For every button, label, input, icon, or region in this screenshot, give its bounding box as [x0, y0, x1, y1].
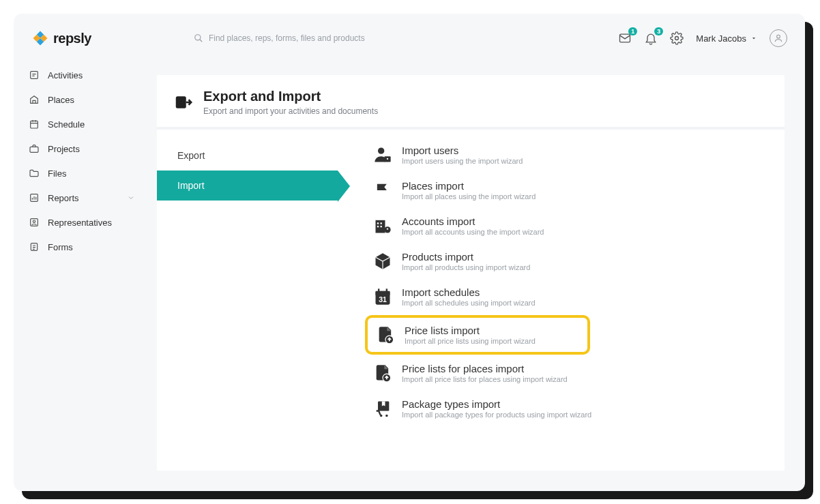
users-icon: [373, 145, 392, 164]
sidebar-item-representatives[interactable]: Representatives: [22, 210, 142, 235]
option-title: Price lists for places import: [402, 363, 568, 374]
sidebar: Activities Places Schedule Projects File…: [14, 63, 150, 491]
sidebar-item-label: Reports: [48, 193, 79, 203]
document-upload-icon: [373, 364, 392, 383]
page-title: Export and Import: [203, 89, 378, 104]
sidebar-item-activities[interactable]: Activities: [22, 63, 142, 87]
sidebar-item-reports[interactable]: Reports: [22, 186, 142, 210]
main-layout: Activities Places Schedule Projects File…: [14, 63, 805, 491]
brand-logo[interactable]: repsly: [31, 29, 91, 47]
page-body: Export Import Import users Import users …: [157, 130, 785, 441]
user-icon: [29, 217, 40, 228]
option-title: Import schedules: [402, 286, 536, 298]
activities-icon: [29, 70, 40, 80]
search-input[interactable]: [209, 33, 413, 43]
svg-line-5: [200, 40, 203, 42]
svg-point-4: [195, 35, 201, 40]
inbox-badge: 1: [628, 27, 637, 35]
option-subtitle: Import all places using the import wizar…: [402, 192, 536, 201]
export-import-icon: [173, 92, 194, 113]
avatar[interactable]: [770, 29, 787, 47]
svg-rect-11: [30, 147, 38, 152]
option-price-lists-import[interactable]: Price lists import Import all price list…: [365, 315, 590, 355]
option-import-users[interactable]: Import users Import users using the impo…: [365, 138, 771, 172]
building-icon: [373, 216, 392, 235]
sidebar-item-label: Files: [48, 168, 66, 179]
svg-point-35: [385, 415, 388, 417]
search-bar[interactable]: [194, 33, 618, 43]
svg-rect-22: [381, 222, 382, 224]
svg-rect-29: [386, 288, 387, 293]
sidebar-item-projects[interactable]: Projects: [22, 136, 142, 161]
option-products-import[interactable]: Products import Import all products usin…: [365, 244, 771, 278]
folder-icon: [29, 168, 40, 179]
calendar-31-icon: 31: [373, 287, 392, 306]
option-subtitle: Import users using the import wizard: [402, 157, 523, 165]
sidebar-item-label: Schedule: [48, 119, 85, 130]
places-icon: [29, 94, 40, 105]
svg-rect-10: [31, 121, 38, 128]
sidebar-item-label: Places: [48, 95, 74, 105]
flag-icon: [373, 181, 392, 200]
top-actions: 1 3 Mark Jacobs: [618, 29, 787, 47]
option-subtitle: Import all schedules using import wizard: [402, 299, 536, 307]
svg-point-34: [380, 415, 383, 417]
chevron-down-icon: [750, 35, 757, 42]
import-options: Import users Import users using the impo…: [338, 130, 785, 441]
svg-rect-16: [176, 96, 186, 108]
option-title: Places import: [402, 180, 536, 192]
tabs-column: Export Import: [157, 130, 338, 441]
option-title: Import users: [402, 145, 523, 156]
option-accounts-import[interactable]: Accounts import Import all accounts usin…: [365, 209, 771, 243]
tab-import[interactable]: Import: [157, 171, 338, 201]
page-header: Export and Import Export and import your…: [157, 75, 785, 127]
svg-point-14: [33, 220, 35, 222]
user-name: Mark Jacobs: [696, 33, 746, 44]
sidebar-item-forms[interactable]: Forms: [22, 235, 142, 259]
svg-point-8: [777, 35, 780, 38]
svg-rect-23: [377, 226, 379, 227]
settings-button[interactable]: [670, 31, 684, 45]
user-icon: [774, 33, 783, 43]
box-icon: [373, 252, 392, 271]
user-menu[interactable]: Mark Jacobs: [696, 33, 757, 44]
sidebar-item-label: Projects: [48, 144, 80, 154]
package-cart-icon: [373, 399, 392, 418]
svg-rect-21: [377, 222, 379, 224]
option-places-import[interactable]: Places import Import all places using th…: [365, 173, 771, 207]
option-subtitle: Import all package types for products us…: [402, 411, 591, 419]
calendar-icon: [29, 119, 40, 130]
document-upload-icon: [376, 325, 395, 344]
option-import-schedules[interactable]: 31 Import schedules Import all schedules…: [365, 280, 771, 314]
briefcase-icon: [29, 143, 40, 154]
inbox-button[interactable]: 1: [618, 31, 632, 45]
svg-rect-9: [31, 72, 38, 79]
page-subtitle: Export and import your activities and do…: [203, 106, 378, 116]
chevron-down-icon: [127, 194, 135, 202]
tab-export[interactable]: Export: [157, 140, 338, 171]
option-subtitle: Import all products using import wizard: [402, 263, 530, 271]
option-price-lists-places-import[interactable]: Price lists for places import Import all…: [365, 356, 771, 390]
sidebar-item-files[interactable]: Files: [22, 161, 142, 186]
sidebar-item-label: Representatives: [48, 218, 112, 228]
sidebar-item-label: Activities: [48, 70, 83, 80]
brand-name: repsly: [53, 31, 91, 46]
option-title: Accounts import: [402, 216, 544, 227]
form-icon: [29, 241, 40, 252]
svg-point-7: [675, 37, 679, 40]
sidebar-item-places[interactable]: Places: [22, 87, 142, 112]
notifications-button[interactable]: 3: [644, 31, 658, 45]
option-title: Products import: [402, 251, 530, 263]
option-title: Price lists import: [405, 325, 536, 336]
chart-icon: [29, 192, 40, 203]
search-icon: [194, 33, 203, 43]
svg-text:31: 31: [379, 295, 387, 303]
logo-icon: [31, 29, 49, 47]
option-package-types-import[interactable]: Package types import Import all package …: [365, 391, 771, 426]
gear-icon: [670, 31, 684, 45]
svg-rect-28: [378, 288, 379, 293]
option-subtitle: Import all price lists for places using …: [402, 375, 568, 383]
sidebar-item-schedule[interactable]: Schedule: [22, 112, 142, 136]
notifications-badge: 3: [654, 27, 663, 35]
topbar: repsly 1 3 Mark Jacobs: [14, 14, 805, 63]
